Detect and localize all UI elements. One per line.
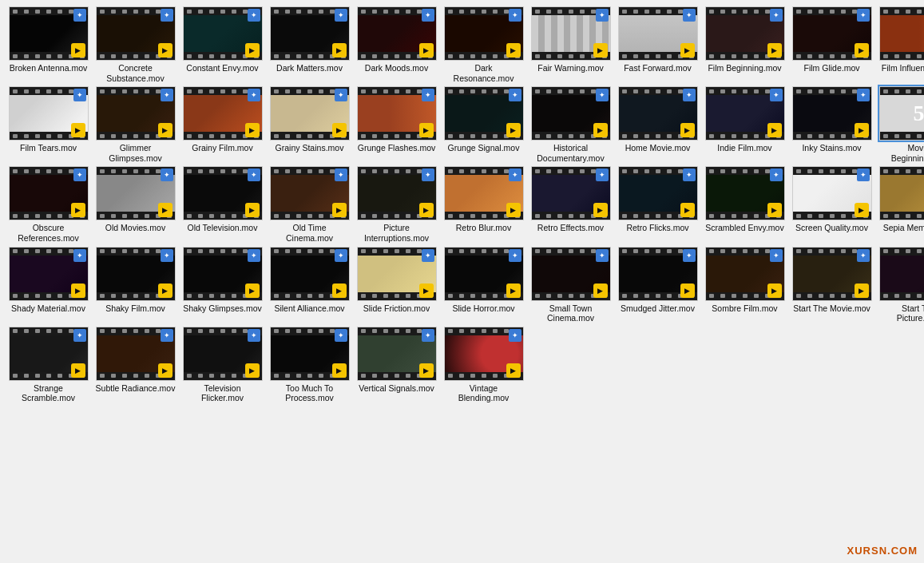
file-item[interactable]: ✦▶Film Glide.mov [790, 6, 874, 83]
play-icon[interactable]: ▶ [855, 123, 869, 137]
file-item[interactable]: ✦▶Dark Matters.mov [268, 6, 351, 83]
play-icon[interactable]: ▶ [680, 123, 695, 137]
play-icon[interactable]: ▶ [71, 123, 85, 137]
play-icon[interactable]: ▶ [680, 43, 695, 57]
file-item[interactable]: ✦▶Historical Documentary.mov [529, 86, 613, 163]
file-item[interactable]: ✦▶Old Movies.mov [93, 166, 177, 243]
file-item[interactable]: ✦▶Dark Resonance.mov [442, 6, 525, 83]
play-icon[interactable]: ▶ [332, 203, 347, 217]
play-icon[interactable]: ▶ [332, 283, 347, 298]
play-icon[interactable]: ▶ [419, 203, 434, 217]
play-icon[interactable]: ▶ [245, 203, 260, 217]
file-item[interactable]: ✦▶Home Movie.mov [616, 86, 700, 163]
file-item[interactable]: ✦▶Glimmer Glimpses.mov [93, 86, 177, 163]
file-item[interactable]: ✦▶Dark Moods.mov [355, 6, 438, 83]
file-item[interactable]: ✦▶Grunge Signal.mov [442, 86, 525, 163]
play-icon[interactable]: ▶ [158, 283, 173, 298]
play-icon[interactable]: ▶ [767, 283, 782, 298]
file-item[interactable]: ✦▶Sepia Memory.mov [877, 166, 924, 243]
play-icon[interactable]: ▶ [855, 203, 869, 217]
play-icon[interactable]: ▶ [245, 123, 260, 137]
play-icon[interactable]: ▶ [332, 43, 347, 57]
file-item[interactable]: ✦▶Smudged Jitter.mov [616, 247, 700, 323]
file-item[interactable]: ✦▶Start The Picture.mov [877, 247, 924, 323]
file-item[interactable]: 5✦▶Movie Beginning.mov [877, 86, 924, 163]
play-icon[interactable]: ▶ [680, 203, 695, 217]
file-item[interactable]: ✦▶Grainy Film.mov [180, 86, 264, 163]
play-icon[interactable]: ▶ [506, 203, 521, 217]
play-icon[interactable]: ▶ [855, 283, 869, 298]
play-icon[interactable]: ▶ [506, 123, 521, 137]
play-icon[interactable]: ▶ [593, 43, 608, 57]
file-item[interactable]: ✦▶Fast Forward.mov [616, 6, 700, 83]
file-item[interactable]: ✦▶Television Flicker.mov [180, 327, 264, 403]
play-icon[interactable]: ▶ [767, 203, 782, 217]
thumbnail-wrapper: ✦▶ [183, 6, 263, 61]
file-item[interactable]: ✦▶Constant Envy.mov [180, 6, 264, 83]
play-icon[interactable]: ▶ [71, 363, 85, 378]
play-icon[interactable]: ▶ [71, 43, 85, 57]
file-item[interactable]: ✦▶Old Television.mov [180, 166, 264, 243]
play-icon[interactable]: ▶ [593, 283, 608, 298]
play-icon[interactable]: ▶ [158, 43, 173, 57]
file-item[interactable]: ✦▶Small Town Cinema.mov [529, 247, 613, 323]
file-item[interactable]: ✦▶Obscure References.mov [6, 166, 90, 243]
file-item[interactable]: ✦▶Film Beginning.mov [703, 6, 787, 83]
file-item[interactable]: ✦▶Grainy Stains.mov [268, 86, 351, 163]
file-item[interactable]: ✦▶Screen Quality.mov [790, 166, 874, 243]
file-item[interactable]: ✦▶Start The Movie.mov [790, 247, 874, 323]
file-item[interactable]: ✦▶Sombre Film.mov [703, 247, 787, 323]
file-item[interactable]: ✦▶Inky Stains.mov [790, 86, 874, 163]
play-icon[interactable]: ▶ [680, 283, 695, 298]
play-icon[interactable]: ▶ [158, 123, 173, 137]
play-icon[interactable]: ▶ [506, 283, 521, 298]
play-icon[interactable]: ▶ [332, 123, 347, 137]
play-icon[interactable]: ▶ [245, 283, 260, 298]
file-item[interactable]: ✦▶Subtle Radiance.mov [93, 327, 177, 403]
file-item[interactable]: ✦▶Concrete Substance.mov [93, 6, 177, 83]
file-label: Start The Movie.mov [793, 303, 870, 314]
file-item[interactable]: ✦▶Too Much To Process.mov [268, 327, 351, 403]
file-item[interactable]: ✦▶Film Tears.mov [6, 86, 90, 163]
play-icon[interactable]: ▶ [71, 203, 85, 217]
file-item[interactable]: ✦▶Fair Warning.mov [529, 6, 613, 83]
play-icon[interactable]: ▶ [419, 43, 434, 57]
play-icon[interactable]: ▶ [245, 43, 260, 57]
play-icon[interactable]: ▶ [855, 43, 869, 57]
file-item[interactable]: ✦▶Scrambled Envy.mov [703, 166, 787, 243]
file-item[interactable]: ✦▶Slide Friction.mov [355, 247, 438, 323]
file-item[interactable]: ✦▶Vertical Signals.mov [355, 327, 438, 403]
file-item[interactable]: ✦▶Broken Antenna.mov [6, 6, 90, 83]
play-icon[interactable]: ▶ [245, 363, 260, 378]
play-icon[interactable]: ▶ [419, 123, 434, 137]
file-item[interactable]: ✦▶Retro Effects.mov [529, 166, 613, 243]
file-item[interactable]: ✦▶Grunge Flashes.mov [355, 86, 438, 163]
play-icon[interactable]: ▶ [767, 43, 782, 57]
play-icon[interactable]: ▶ [419, 363, 434, 378]
file-item[interactable]: ✦▶Strange Scramble.mov [6, 327, 90, 403]
file-item[interactable]: ✦▶Vintage Blending.mov [442, 327, 525, 403]
file-item[interactable]: ✦▶Indie Film.mov [703, 86, 787, 163]
file-item[interactable]: ✦▶Retro Blur.mov [442, 166, 525, 243]
file-label: Screen Quality.mov [795, 223, 868, 233]
play-icon[interactable]: ▶ [767, 123, 782, 137]
file-item[interactable]: ✦▶Retro Flicks.mov [616, 166, 700, 243]
file-item[interactable]: ✦▶Old Time Cinema.mov [268, 166, 351, 243]
file-item[interactable]: ✦▶Shaky Film.mov [93, 247, 177, 323]
play-icon[interactable]: ▶ [593, 123, 608, 137]
play-icon[interactable]: ▶ [158, 203, 173, 217]
play-icon[interactable]: ▶ [593, 203, 608, 217]
play-icon[interactable]: ▶ [158, 363, 173, 378]
file-item[interactable]: ✦▶Slide Horror.mov [442, 247, 525, 323]
file-item[interactable]: ✦▶Silent Alliance.mov [268, 247, 351, 323]
play-icon[interactable]: ▶ [71, 283, 85, 298]
file-item[interactable]: ✦▶Shaky Glimpses.mov [180, 247, 264, 323]
play-icon[interactable]: ▶ [506, 363, 521, 378]
play-icon[interactable]: ▶ [419, 283, 434, 298]
play-icon[interactable]: ▶ [506, 43, 521, 57]
file-item[interactable]: ✦▶Film Influences.mov [877, 6, 924, 83]
play-icon[interactable]: ▶ [332, 363, 347, 378]
file-item[interactable]: ✦▶Shady Material.mov [6, 247, 90, 323]
blue-corner-icon: ✦ [73, 9, 86, 22]
file-item[interactable]: ✦▶Picture Interruptions.mov [355, 166, 438, 243]
